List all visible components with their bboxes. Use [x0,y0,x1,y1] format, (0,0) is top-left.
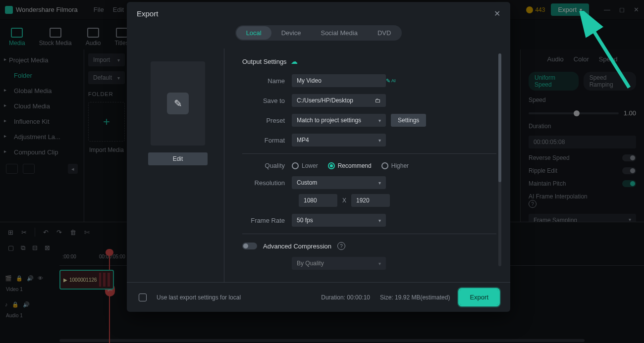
foot-duration: Duration: 00:00:10 [321,294,370,301]
input-res-width[interactable]: 1080 [299,194,337,207]
tab-local[interactable]: Local [236,26,271,40]
select-resolution[interactable]: Custom▾ [292,176,386,189]
label-name: Name [242,77,292,85]
foot-size: Size: 19.92 MB(estimated) [380,294,450,301]
select-adv-mode[interactable]: By Quality▾ [292,257,386,270]
label-preset: Preset [242,117,292,124]
radio-lower[interactable]: Lower [292,162,318,169]
label-resolution: Resolution [242,179,292,187]
export-tabs: Local Device Social Media DVD [235,25,402,41]
tab-device[interactable]: Device [271,26,311,40]
input-name[interactable]: My Video [292,74,386,87]
preset-settings-button[interactable]: Settings [391,114,426,127]
radio-recommend[interactable]: Recommend [328,162,372,169]
label-format: Format [242,137,292,144]
radio-higher[interactable]: Higher [381,162,409,169]
export-modal: Export ✕ Local Device Social Media DVD ✎… [127,2,510,312]
toggle-adv-compression[interactable] [242,243,257,249]
cloud-icon[interactable]: ☁ [291,57,298,65]
select-fps[interactable]: 50 fps▾ [292,214,386,227]
modal-title: Export [137,9,158,18]
label-use-last: Use last export settings for local [157,294,241,301]
label-adv-compression: Advanced Compression [263,243,331,250]
thumbnail-preview: ✎ [151,61,205,146]
label-fps: Frame Rate [242,217,292,224]
help-adv-icon[interactable]: ? [337,242,345,250]
folder-browse-icon[interactable]: 🗀 [375,97,381,104]
label-quality: Quality [242,162,292,169]
settings-scrollbar[interactable] [498,53,501,266]
select-format[interactable]: MP4▾ [292,134,386,147]
modal-close-icon[interactable]: ✕ [494,9,500,18]
pencil-icon: ✎ [167,93,189,114]
edit-thumbnail-button[interactable]: Edit [148,152,208,165]
select-preset[interactable]: Match to project settings▾ [292,114,386,127]
res-x-label: X [342,197,346,204]
export-confirm-button[interactable]: Export [460,290,498,305]
input-res-height[interactable]: 1920 [351,194,390,207]
tab-social[interactable]: Social Media [311,26,367,40]
checkbox-use-last[interactable] [139,294,147,301]
input-save-to[interactable]: C:/Users/HP/Desktop 🗀 [292,94,386,107]
tab-dvd[interactable]: DVD [368,26,401,40]
output-settings-heading: Output Settings ☁ [242,57,496,65]
label-save-to: Save to [242,97,292,104]
ai-rename-button[interactable]: ✎AI [386,78,396,84]
